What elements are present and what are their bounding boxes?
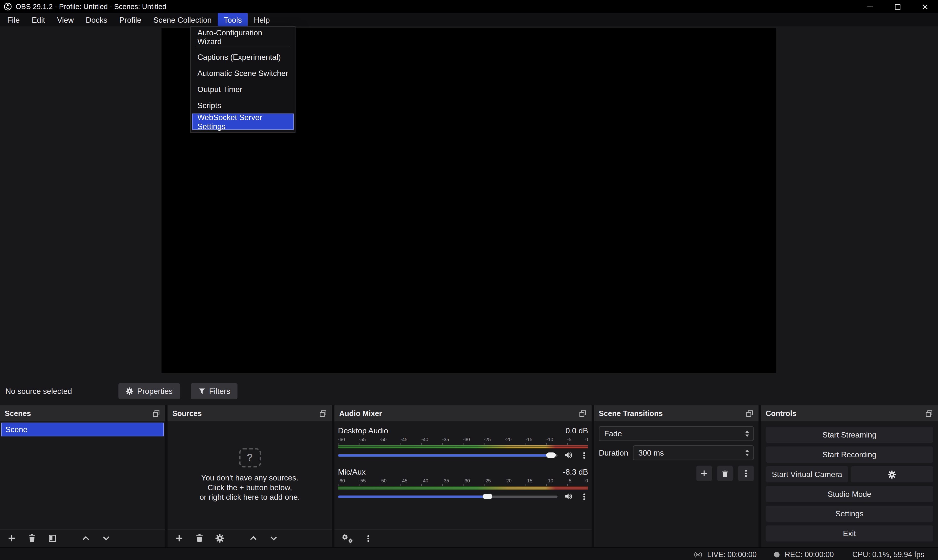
duration-spinbox[interactable]: 300 ms [633,445,754,460]
scene-filters-button[interactable] [47,534,57,543]
move-scene-up-button[interactable] [81,534,90,543]
sources-dock-header[interactable]: Sources [168,405,332,422]
scene-list-item[interactable]: Scene [1,423,164,436]
menu-profile[interactable]: Profile [113,13,147,26]
transitions-dock-header[interactable]: Scene Transitions [594,405,759,422]
no-source-selected-label: No source selected [5,386,72,395]
menu-docks[interactable]: Docks [80,13,113,26]
tick-label: -45 [401,437,407,443]
empty-state-line: Click the + button below, [199,483,300,492]
minimize-button[interactable] [865,2,875,11]
source-properties-button[interactable] [214,534,224,543]
tools-menu-websocket-server-settings[interactable]: WebSocket Server Settings [192,114,293,129]
audio-mixer-dock-header[interactable]: Audio Mixer [334,405,591,422]
meter-scale: -60-55-50-45-40-35-30-25-20-15-10-50 [338,478,588,484]
channel-options-button[interactable] [580,451,588,460]
remove-transition-button[interactable] [717,466,733,481]
tools-menu-output-timer[interactable]: Output Timer [192,81,293,97]
tick-label: -40 [421,478,428,484]
tick-label: -20 [505,478,512,484]
record-dot-icon [773,551,781,559]
tick-label: -35 [442,437,449,443]
channel-name: Desktop Audio [338,426,388,435]
menu-view[interactable]: View [51,13,80,26]
scenes-dock-header[interactable]: Scenes [0,405,165,422]
tick-label: -10 [546,437,553,443]
menu-help[interactable]: Help [248,13,276,26]
tools-menu-scripts[interactable]: Scripts [192,97,293,114]
studio-mode-button[interactable]: Studio Mode [765,486,933,502]
remove-source-button[interactable] [194,534,204,543]
advanced-audio-properties-button[interactable] [341,534,353,543]
remove-scene-button[interactable] [27,534,36,543]
tools-menu-auto-configuration-wizard[interactable]: Auto-Configuration Wizard [192,29,293,45]
popout-icon[interactable] [925,409,933,417]
meter-bar-left [338,445,588,446]
tick-label: -35 [442,478,449,484]
controls-dock-title: Controls [765,409,796,417]
channel-options-button[interactable] [580,492,588,501]
channel-db-value: 0.0 dB [566,426,588,435]
tools-menu-automatic-scene-switcher[interactable]: Automatic Scene Switcher [192,65,293,81]
sources-list[interactable]: ? You don't have any sources. Click the … [168,422,332,529]
popout-icon[interactable] [319,409,327,417]
maximize-button[interactable] [893,2,902,11]
popout-icon[interactable] [579,409,587,417]
mixer-channel-desktop-audio: Desktop Audio 0.0 dB -60-55-50-45-40-35-… [338,426,588,460]
add-transition-button[interactable] [696,466,712,481]
add-source-button[interactable] [174,534,184,543]
duration-increment-button[interactable] [745,449,749,452]
meter-tickmarks [338,484,588,486]
tick-label: -20 [505,437,512,443]
performance-stats: CPU: 0.1%, 59.94 fps [852,551,924,559]
menu-scene-collection[interactable]: Scene Collection [147,13,218,26]
move-source-up-button[interactable] [248,534,258,543]
popout-icon[interactable] [745,409,754,417]
tick-label: -10 [546,478,553,484]
volume-slider[interactable] [338,450,557,460]
mixer-options-button[interactable] [364,534,372,543]
start-recording-button[interactable]: Start Recording [765,446,933,463]
transition-options-button[interactable] [738,466,754,481]
tick-label: -45 [401,478,407,484]
mute-button[interactable] [564,492,573,501]
filters-button[interactable]: Filters [190,383,238,399]
tools-menu-captions[interactable]: Captions (Experimental) [192,49,293,65]
add-scene-button[interactable] [6,534,16,543]
volume-slider-handle[interactable] [483,494,492,499]
volume-slider-handle[interactable] [546,452,555,458]
advanced-audio-icon [341,534,353,543]
meter-bar-right [338,447,588,448]
menu-tools[interactable]: Tools [218,13,248,26]
window-controls [865,2,932,11]
empty-state-line: or right click here to add one. [199,492,300,502]
menu-edit[interactable]: Edit [26,13,51,26]
tick-label: -15 [526,437,532,443]
exit-button[interactable]: Exit [765,525,933,542]
obs-main-window: OBS 29.1.2 - Profile: Untitled - Scenes:… [0,0,938,560]
tick-label: -5 [567,437,571,443]
menu-file[interactable]: File [1,13,26,26]
popout-icon[interactable] [152,409,160,417]
volume-slider[interactable] [338,491,557,502]
settings-button[interactable]: Settings [765,506,933,522]
transitions-dock-title: Scene Transitions [599,409,663,417]
transition-select[interactable]: Fade [599,426,754,441]
scenes-list: Scene [0,422,165,529]
rec-status: REC: 00:00:00 [773,551,834,559]
close-button[interactable] [920,2,929,11]
tick-label: -50 [380,437,387,443]
start-virtual-camera-button[interactable]: Start Virtual Camera [765,466,848,482]
mute-button[interactable] [564,451,573,460]
move-scene-down-button[interactable] [101,534,111,543]
move-source-down-button[interactable] [268,534,278,543]
live-status: LIVE: 00:00:00 [693,551,756,559]
start-streaming-button[interactable]: Start Streaming [765,427,933,443]
properties-button[interactable]: Properties [119,383,180,399]
duration-decrement-button[interactable] [745,454,749,456]
controls-dock-header[interactable]: Controls [761,405,938,422]
titlebar[interactable]: OBS 29.1.2 - Profile: Untitled - Scenes:… [0,0,938,13]
meter-scale: -60-55-50-45-40-35-30-25-20-15-10-50 [338,437,588,443]
preview-area: Auto-Configuration Wizard Captions (Expe… [0,26,938,377]
virtual-camera-settings-button[interactable] [850,466,933,482]
